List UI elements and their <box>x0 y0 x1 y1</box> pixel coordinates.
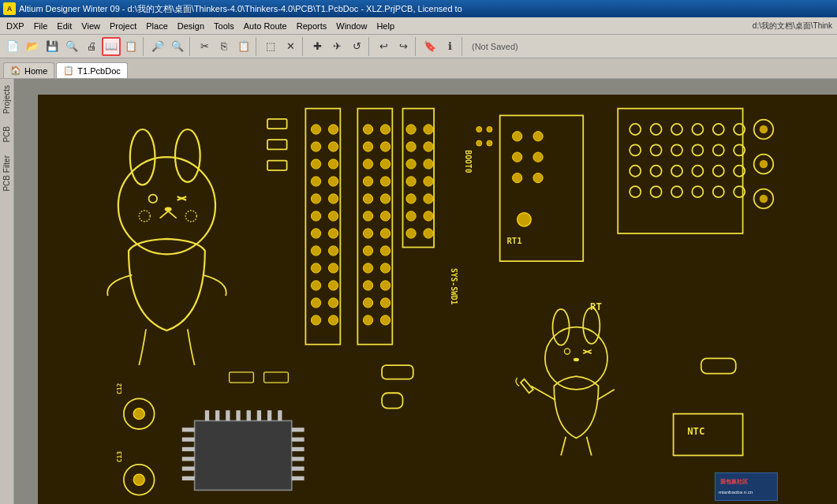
svg-point-86 <box>518 213 532 227</box>
svg-point-67 <box>406 194 416 203</box>
undo-button[interactable]: ↩ <box>374 37 393 56</box>
svg-point-68 <box>406 211 416 221</box>
svg-point-50 <box>363 315 372 325</box>
svg-point-122 <box>133 474 144 485</box>
toolbar-sep-1 <box>143 37 146 56</box>
svg-point-66 <box>406 177 416 186</box>
select-all-button[interactable]: ⬚ <box>261 37 280 56</box>
svg-point-22 <box>311 246 320 256</box>
toolbar-sep-4 <box>302 37 305 56</box>
pcb-area[interactable]: BOOT0 SYS-SWD1 RT1 RT <box>14 79 837 504</box>
svg-point-48 <box>363 281 372 290</box>
svg-point-150 <box>574 358 579 361</box>
svg-point-56 <box>380 211 390 221</box>
svg-text:mianbaoba n.cn: mianbaoba n.cn <box>719 489 753 495</box>
svg-point-26 <box>311 315 320 325</box>
svg-rect-141 <box>257 410 261 420</box>
svg-rect-126 <box>182 447 195 451</box>
rotate-button[interactable]: ↺ <box>347 37 366 56</box>
svg-point-53 <box>380 159 390 169</box>
menu-reports[interactable]: Reports <box>292 20 332 32</box>
menu-tools[interactable]: Tools <box>209 20 239 32</box>
svg-point-62 <box>380 315 390 325</box>
svg-point-71 <box>424 142 433 151</box>
svg-rect-125 <box>182 438 195 442</box>
zoom-fit-button[interactable]: 🔎 <box>148 37 167 56</box>
print-button[interactable]: 🖨 <box>82 37 101 56</box>
open-button[interactable]: 📂 <box>23 37 42 56</box>
svg-rect-127 <box>182 457 195 461</box>
redo-button[interactable]: ↪ <box>394 37 413 56</box>
svg-point-63 <box>406 125 416 134</box>
toolbar-sep-2 <box>189 37 192 56</box>
svg-text:NTC: NTC <box>687 426 704 437</box>
menu-window[interactable]: Window <box>331 20 372 32</box>
svg-rect-138 <box>226 410 230 420</box>
svg-rect-128 <box>182 466 195 470</box>
toolbar: 📄 📂 💾 🔍 🖨 📖 📋 🔎 🔍 ✂ ⎘ 📋 ⬚ ✕ ✚ ✈ ↺ ↩ ↪ 🔖 … <box>0 35 837 58</box>
copy-button[interactable]: ⎘ <box>215 37 234 56</box>
sidebar-pcb-filter[interactable]: PCB Filter <box>1 149 13 198</box>
svg-point-59 <box>380 263 390 273</box>
svg-point-51 <box>380 125 390 134</box>
svg-point-29 <box>328 159 338 169</box>
sidebar-projects[interactable]: Projects <box>1 79 13 120</box>
svg-text:BOOT0: BOOT0 <box>464 150 473 173</box>
menu-help[interactable]: Help <box>372 20 399 32</box>
menu-project[interactable]: Project <box>105 20 141 32</box>
path-display: d:\我的文档\桌面\Think <box>753 21 835 32</box>
save-status: (Not Saved) <box>467 40 523 53</box>
info-button[interactable]: ℹ <box>440 37 459 56</box>
svg-point-83 <box>533 152 543 162</box>
svg-point-54 <box>380 177 390 186</box>
svg-point-58 <box>380 246 390 256</box>
menu-design[interactable]: Design <box>173 20 209 32</box>
svg-point-69 <box>406 229 416 238</box>
svg-point-65 <box>406 159 416 169</box>
new-button[interactable]: 📄 <box>3 37 22 56</box>
move-button[interactable]: ✈ <box>327 37 346 56</box>
pcbdoc-tab-icon: 📋 <box>63 65 74 76</box>
svg-point-76 <box>424 229 433 238</box>
tab-home[interactable]: 🏠 Home <box>3 62 54 78</box>
svg-point-163 <box>487 126 492 132</box>
menu-place[interactable]: Place <box>141 20 173 32</box>
menu-view[interactable]: View <box>77 20 105 32</box>
sidebar-pcb[interactable]: PCB <box>1 120 13 149</box>
svg-point-35 <box>328 263 338 273</box>
cross-button[interactable]: ✚ <box>308 37 327 56</box>
svg-rect-132 <box>292 447 305 451</box>
svg-rect-139 <box>236 410 240 420</box>
svg-point-34 <box>328 246 338 256</box>
svg-point-82 <box>513 152 522 162</box>
svg-point-169 <box>760 160 768 169</box>
svg-text:SYS-SWD1: SYS-SWD1 <box>450 268 458 305</box>
svg-point-27 <box>328 125 338 134</box>
zoom-in-button[interactable]: 🔍 <box>168 37 187 56</box>
tab-pcbdoc[interactable]: 📋 T1.PcbDoc <box>56 62 127 78</box>
print-preview-button[interactable]: 🔍 <box>62 37 81 56</box>
clipboard-button[interactable]: 📋 <box>121 37 140 56</box>
menu-edit[interactable]: Edit <box>52 20 77 32</box>
svg-point-15 <box>311 125 320 134</box>
svg-text:C13: C13 <box>116 451 123 463</box>
cut-button[interactable]: ✂ <box>195 37 214 56</box>
svg-point-84 <box>513 173 522 182</box>
svg-point-162 <box>476 126 482 132</box>
svg-point-36 <box>328 281 338 290</box>
svg-rect-135 <box>292 476 305 480</box>
paste-button[interactable]: 📋 <box>234 37 253 56</box>
pcb-board: BOOT0 SYS-SWD1 RT1 RT <box>38 95 837 504</box>
highlighted-tool-button[interactable]: 📖 <box>102 37 121 56</box>
deselect-button[interactable]: ✕ <box>281 37 300 56</box>
svg-point-31 <box>328 194 338 203</box>
menu-auto-route[interactable]: Auto Route <box>239 20 292 32</box>
menu-dxp[interactable]: DXP <box>2 20 29 32</box>
svg-point-60 <box>380 281 390 290</box>
bookmark-button[interactable]: 🔖 <box>420 37 439 56</box>
svg-point-85 <box>533 173 543 182</box>
save-button[interactable]: 💾 <box>43 37 62 56</box>
svg-point-41 <box>363 159 372 169</box>
menu-file[interactable]: File <box>29 20 53 32</box>
title-text: Altium Designer Winter 09 - d:\我的文档\桌面\T… <box>19 3 462 15</box>
